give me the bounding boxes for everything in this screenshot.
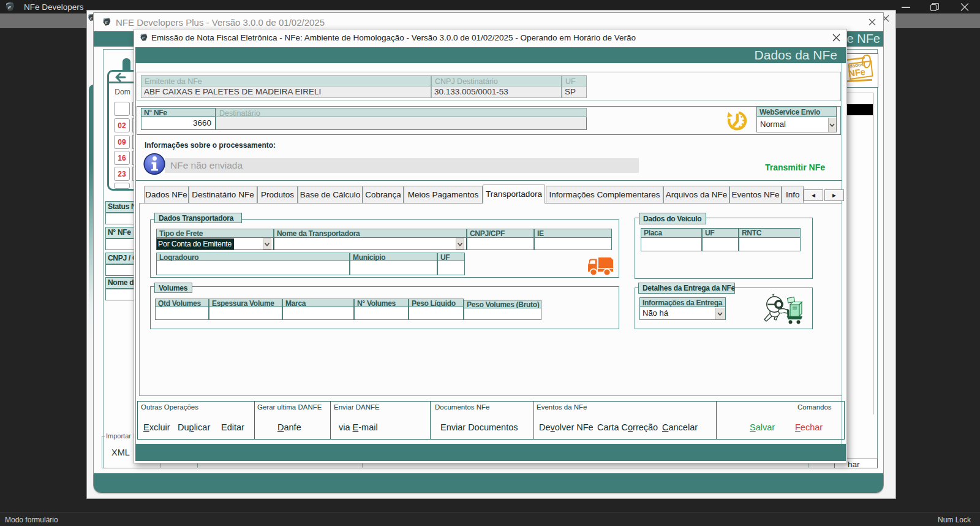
svg-text:e: e	[142, 34, 145, 40]
svg-text:e: e	[105, 18, 108, 25]
svg-text:e: e	[90, 15, 92, 21]
svg-text:e: e	[8, 3, 11, 10]
svg-text:NFe: NFe	[848, 67, 865, 78]
